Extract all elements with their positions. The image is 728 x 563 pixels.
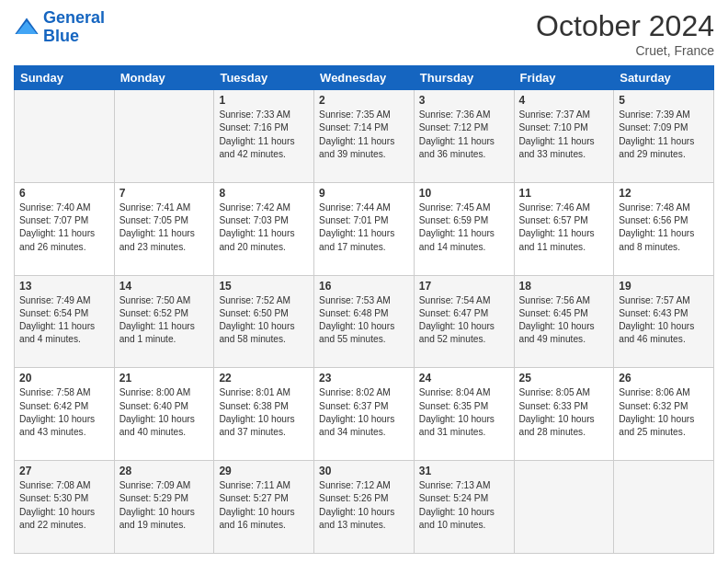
day-number: 8 <box>219 187 309 200</box>
col-tuesday: Tuesday <box>214 66 314 90</box>
day-number: 26 <box>619 372 709 385</box>
day-number: 17 <box>419 280 509 293</box>
day-cell: 9Sunrise: 7:44 AMSunset: 7:01 PMDaylight… <box>314 182 415 275</box>
logo-general: General <box>43 8 105 27</box>
header-row: Sunday Monday Tuesday Wednesday Thursday… <box>15 66 714 90</box>
day-cell: 13Sunrise: 7:49 AMSunset: 6:54 PMDayligh… <box>15 275 115 368</box>
day-number: 29 <box>219 465 309 477</box>
day-cell: 24Sunrise: 8:04 AMSunset: 6:35 PMDayligh… <box>414 368 514 461</box>
day-cell: 14Sunrise: 7:50 AMSunset: 6:52 PMDayligh… <box>114 275 214 368</box>
day-cell: 2Sunrise: 7:35 AMSunset: 7:14 PMDaylight… <box>314 90 415 183</box>
logo-icon <box>14 15 40 40</box>
day-cell: 6Sunrise: 7:40 AMSunset: 7:07 PMDaylight… <box>15 182 115 275</box>
cell-info: Sunrise: 7:49 AMSunset: 6:54 PMDaylight:… <box>19 294 109 347</box>
cell-info: Sunrise: 8:05 AMSunset: 6:33 PMDaylight:… <box>519 386 609 439</box>
col-monday: Monday <box>114 66 214 90</box>
day-number: 14 <box>119 280 210 293</box>
col-thursday: Thursday <box>414 66 514 90</box>
col-wednesday: Wednesday <box>314 66 415 90</box>
cell-info: Sunrise: 7:09 AMSunset: 5:29 PMDaylight:… <box>119 479 210 532</box>
day-number: 13 <box>19 280 109 293</box>
day-cell: 1Sunrise: 7:33 AMSunset: 7:16 PMDaylight… <box>214 90 314 183</box>
logo: General Blue <box>14 9 105 46</box>
month-title: October 2024 <box>536 9 714 43</box>
day-cell: 17Sunrise: 7:54 AMSunset: 6:47 PMDayligh… <box>414 275 514 368</box>
day-number: 1 <box>219 94 309 107</box>
day-number: 28 <box>119 465 210 477</box>
day-cell: 21Sunrise: 8:00 AMSunset: 6:40 PMDayligh… <box>114 368 214 461</box>
cell-info: Sunrise: 7:54 AMSunset: 6:47 PMDaylight:… <box>419 294 509 347</box>
col-sunday: Sunday <box>15 66 115 90</box>
day-number: 21 <box>119 372 210 385</box>
cell-info: Sunrise: 7:46 AMSunset: 6:57 PMDaylight:… <box>519 201 609 254</box>
cell-info: Sunrise: 7:52 AMSunset: 6:50 PMDaylight:… <box>219 294 309 347</box>
cell-info: Sunrise: 7:39 AMSunset: 7:09 PMDaylight:… <box>619 109 709 161</box>
day-number: 12 <box>619 187 709 200</box>
day-number: 20 <box>19 372 109 385</box>
day-cell: 30Sunrise: 7:12 AMSunset: 5:26 PMDayligh… <box>314 461 415 554</box>
cell-info: Sunrise: 7:50 AMSunset: 6:52 PMDaylight:… <box>119 294 210 347</box>
cell-info: Sunrise: 7:35 AMSunset: 7:14 PMDaylight:… <box>319 109 409 161</box>
day-cell: 26Sunrise: 8:06 AMSunset: 6:32 PMDayligh… <box>614 368 714 461</box>
day-number: 24 <box>419 372 509 385</box>
cell-info: Sunrise: 7:58 AMSunset: 6:42 PMDaylight:… <box>19 386 109 439</box>
day-cell: 8Sunrise: 7:42 AMSunset: 7:03 PMDaylight… <box>214 182 314 275</box>
day-cell: 11Sunrise: 7:46 AMSunset: 6:57 PMDayligh… <box>514 182 614 275</box>
cell-info: Sunrise: 7:08 AMSunset: 5:30 PMDaylight:… <box>19 479 109 532</box>
day-number: 15 <box>219 280 309 293</box>
day-cell <box>514 461 614 554</box>
day-cell: 3Sunrise: 7:36 AMSunset: 7:12 PMDaylight… <box>414 90 514 183</box>
week-row-3: 20Sunrise: 7:58 AMSunset: 6:42 PMDayligh… <box>15 368 714 461</box>
day-number: 5 <box>619 94 709 107</box>
day-cell: 16Sunrise: 7:53 AMSunset: 6:48 PMDayligh… <box>314 275 415 368</box>
title-block: October 2024 Cruet, France <box>536 9 714 58</box>
day-number: 27 <box>19 465 109 477</box>
day-cell: 15Sunrise: 7:52 AMSunset: 6:50 PMDayligh… <box>214 275 314 368</box>
cell-info: Sunrise: 7:33 AMSunset: 7:16 PMDaylight:… <box>219 109 309 161</box>
cell-info: Sunrise: 8:02 AMSunset: 6:37 PMDaylight:… <box>319 386 409 439</box>
week-row-0: 1Sunrise: 7:33 AMSunset: 7:16 PMDaylight… <box>15 90 714 183</box>
day-number: 16 <box>319 280 409 293</box>
col-friday: Friday <box>514 66 614 90</box>
cell-info: Sunrise: 7:12 AMSunset: 5:26 PMDaylight:… <box>319 479 409 532</box>
page: General Blue October 2024 Cruet, France … <box>0 0 728 563</box>
cell-info: Sunrise: 7:11 AMSunset: 5:27 PMDaylight:… <box>219 479 309 532</box>
cell-info: Sunrise: 7:37 AMSunset: 7:10 PMDaylight:… <box>519 109 609 161</box>
day-number: 2 <box>319 94 409 107</box>
day-number: 9 <box>319 187 409 200</box>
cell-info: Sunrise: 7:13 AMSunset: 5:24 PMDaylight:… <box>419 479 509 532</box>
day-cell: 27Sunrise: 7:08 AMSunset: 5:30 PMDayligh… <box>15 461 115 554</box>
day-number: 31 <box>419 465 509 477</box>
cell-info: Sunrise: 7:44 AMSunset: 7:01 PMDaylight:… <box>319 201 409 254</box>
week-row-4: 27Sunrise: 7:08 AMSunset: 5:30 PMDayligh… <box>15 461 714 554</box>
calendar-table: Sunday Monday Tuesday Wednesday Thursday… <box>14 65 714 554</box>
col-saturday: Saturday <box>614 66 714 90</box>
cell-info: Sunrise: 7:45 AMSunset: 6:59 PMDaylight:… <box>419 201 509 254</box>
day-cell: 12Sunrise: 7:48 AMSunset: 6:56 PMDayligh… <box>614 182 714 275</box>
cell-info: Sunrise: 7:53 AMSunset: 6:48 PMDaylight:… <box>319 294 409 347</box>
day-number: 11 <box>519 187 609 200</box>
day-number: 3 <box>419 94 509 107</box>
day-cell: 25Sunrise: 8:05 AMSunset: 6:33 PMDayligh… <box>514 368 614 461</box>
cell-info: Sunrise: 8:01 AMSunset: 6:38 PMDaylight:… <box>219 386 309 439</box>
cell-info: Sunrise: 7:42 AMSunset: 7:03 PMDaylight:… <box>219 201 309 254</box>
cell-info: Sunrise: 7:41 AMSunset: 7:05 PMDaylight:… <box>119 201 210 254</box>
day-number: 4 <box>519 94 609 107</box>
day-number: 23 <box>319 372 409 385</box>
day-cell <box>114 90 214 183</box>
day-number: 10 <box>419 187 509 200</box>
day-number: 19 <box>619 280 709 293</box>
day-cell: 20Sunrise: 7:58 AMSunset: 6:42 PMDayligh… <box>15 368 115 461</box>
day-cell: 22Sunrise: 8:01 AMSunset: 6:38 PMDayligh… <box>214 368 314 461</box>
day-cell <box>614 461 714 554</box>
day-cell: 10Sunrise: 7:45 AMSunset: 6:59 PMDayligh… <box>414 182 514 275</box>
day-number: 18 <box>519 280 609 293</box>
cell-info: Sunrise: 8:06 AMSunset: 6:32 PMDaylight:… <box>619 386 709 439</box>
day-cell: 7Sunrise: 7:41 AMSunset: 7:05 PMDaylight… <box>114 182 214 275</box>
logo-blue: Blue <box>43 27 79 45</box>
location: Cruet, France <box>536 43 714 58</box>
day-number: 25 <box>519 372 609 385</box>
week-row-1: 6Sunrise: 7:40 AMSunset: 7:07 PMDaylight… <box>15 182 714 275</box>
day-cell: 23Sunrise: 8:02 AMSunset: 6:37 PMDayligh… <box>314 368 415 461</box>
day-cell: 31Sunrise: 7:13 AMSunset: 5:24 PMDayligh… <box>414 461 514 554</box>
